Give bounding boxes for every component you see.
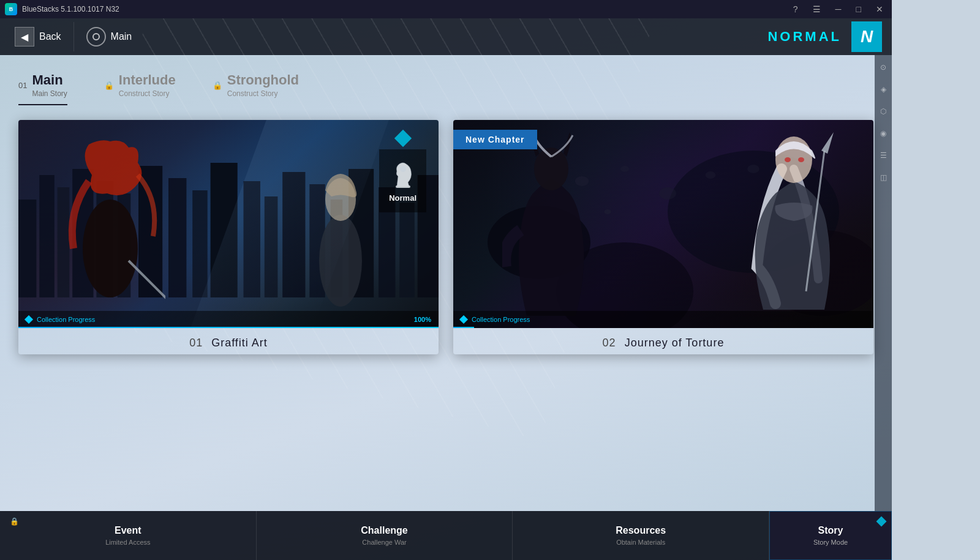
titlebar: B BlueStacks 5.1.100.1017 N32 ? ☰ ─ □ ✕ [0,0,892,18]
svg-point-23 [400,166,406,172]
card-journey-of-torture[interactable]: New Chapter Collection Progress 02 Journ… [453,120,873,354]
chess-diamond-icon [394,130,411,147]
svg-rect-0 [18,200,36,297]
svg-point-31 [659,187,676,200]
tab-interlude[interactable]: 🔒 Interlude Construct Story [104,67,188,105]
back-arrow-icon: ◀ [15,27,34,47]
story-diamond-icon [876,517,887,527]
progress-percent-1: 100% [414,316,431,323]
bottom-nav-resources[interactable]: Resources Obtain Materials [513,511,769,560]
card-journey-image: New Chapter Collection Progress [453,120,873,328]
tab-interlude-label: Interlude [119,72,176,88]
character2-right-armor [733,120,855,322]
content-area: 01 Main Main Story 🔒 Interlude Construct… [0,55,892,367]
progress-diamond-icon-1 [24,315,33,324]
progress-label-2: Collection Progress [472,316,866,323]
window-controls: ? ☰ ─ □ ✕ [790,3,887,15]
maximize-button[interactable]: □ [853,3,865,15]
event-lock-icon: 🔒 [10,517,19,526]
sidebar-icon-4[interactable]: ◉ [877,127,889,140]
svg-rect-7 [168,178,186,297]
card-num-1: 01 [189,337,203,349]
menu-button[interactable]: ☰ [809,3,824,15]
challenge-sublabel: Challenge War [362,539,406,546]
tab-main-label: Main [32,72,67,88]
card-name-2: Journey of Torture [625,337,725,349]
sidebar-icon-5[interactable]: ☰ [877,149,889,162]
tab-main-texts: Main Main Story [32,72,67,98]
svg-rect-8 [192,190,208,297]
app-logo: B [5,3,17,15]
progress-bar-2: Collection Progress [453,311,873,328]
event-label: Event [115,525,141,536]
chess-piece-box: Normal [379,149,426,212]
progress-bar-1: Collection Progress 100% [18,311,439,328]
chess-label: Normal [389,193,417,203]
stronghold-lock-icon: 🔒 [213,81,222,90]
sidebar-icon-2[interactable]: ◈ [877,83,889,95]
svg-point-38 [798,157,804,162]
svg-point-33 [604,209,611,214]
bottom-nav-challenge[interactable]: Challenge Challenge War [257,511,513,560]
tab-main-sublabel: Main Story [32,89,67,98]
main-area: ◀ Back Main NORMAL N ⊙ ◈ ⬡ ◉ ☰ ◫ 01 Mai [0,18,892,560]
bottom-nav-story[interactable]: Story Story Mode [769,511,892,560]
challenge-label: Challenge [361,525,407,536]
tab-main-number: 01 [18,81,27,90]
card-img-1-bg [18,120,439,328]
card-name-1: Graffiti Art [211,337,268,349]
difficulty-label: NORMAL [767,29,842,45]
tab-main[interactable]: 01 Main Main Story [18,67,80,105]
tab-stronghold[interactable]: 🔒 Stronghold Construct Story [213,67,311,105]
character-left-silhouette [55,138,165,310]
bottom-nav-event[interactable]: 🔒 Event Limited Access [0,511,257,560]
svg-rect-10 [244,181,260,297]
svg-point-37 [785,157,791,162]
card-graffiti-image: Normal Collection Progress 100% [18,120,439,328]
app-title: BlueStacks 5.1.100.1017 N32 [22,5,790,13]
svg-point-32 [706,171,716,179]
sidebar-icon-1[interactable]: ⊙ [877,61,889,73]
help-button[interactable]: ? [790,3,802,15]
character-right-silhouette [304,163,377,310]
tab-navigation: 01 Main Main Story 🔒 Interlude Construct… [18,67,873,105]
chess-piece-overlay: Normal [379,132,426,212]
character2-left-dark [502,132,600,316]
new-chapter-badge: New Chapter [453,130,537,149]
right-sidebar: ⊙ ◈ ⬡ ◉ ☰ ◫ [875,55,892,511]
progress-track-2 [453,327,474,328]
new-chapter-label: New Chapter [466,135,525,144]
progress-label-1: Collection Progress [37,316,409,323]
interlude-lock-icon: 🔒 [104,81,114,90]
resources-sublabel: Obtain Materials [616,539,665,546]
main-circle-inner [92,33,100,40]
knight-chess-icon [391,159,415,190]
main-circle-icon [86,27,106,47]
card-title-1: 01 Graffiti Art [18,328,439,354]
topbar: ◀ Back Main NORMAL N [0,18,892,55]
tab-interlude-texts: Interlude Construct Story [119,72,176,98]
resources-label: Resources [616,525,666,536]
tab-stronghold-label: Stronghold [227,72,299,88]
svg-rect-9 [211,163,238,297]
tab-stronghold-sublabel: Construct Story [227,89,299,98]
svg-point-19 [83,200,138,297]
tab-stronghold-texts: Stronghold Construct Story [227,72,299,98]
close-button[interactable]: ✕ [872,3,887,15]
tab-interlude-sublabel: Construct Story [119,89,176,98]
bottom-navigation: 🔒 Event Limited Access Challenge Challen… [0,511,892,560]
minimize-button[interactable]: ─ [832,3,845,15]
event-sublabel: Limited Access [105,539,150,546]
svg-point-35 [534,147,568,190]
card-graffiti-art[interactable]: Normal Collection Progress 100% 01 Graff… [18,120,439,354]
progress-track-1 [18,327,439,328]
back-button[interactable]: ◀ Back [10,22,74,51]
sidebar-icon-3[interactable]: ⬡ [877,105,889,118]
svg-point-21 [319,215,362,307]
sidebar-icon-6[interactable]: ◫ [877,171,889,184]
svg-rect-11 [265,196,278,297]
svg-rect-1 [39,175,55,297]
main-button[interactable]: Main [74,22,145,51]
main-label: Main [111,31,132,42]
topbar-right: NORMAL N [767,21,882,52]
